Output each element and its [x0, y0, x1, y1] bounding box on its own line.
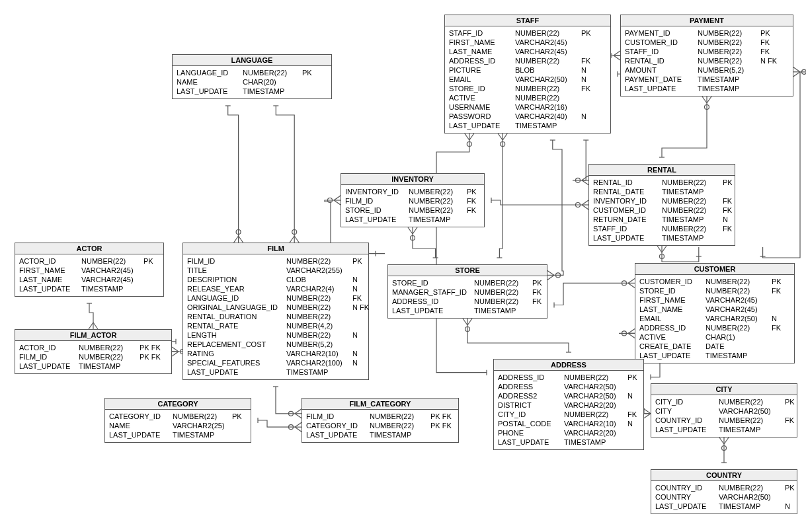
entity-store[interactable]: STORESTORE_IDNUMBER(22)PKMANAGER_STAFF_I… [387, 264, 547, 319]
column-name: LAST_UPDATE [625, 84, 698, 93]
column-type: NUMBER(22) [474, 287, 532, 297]
column-name: CUSTOMER_ID [625, 38, 698, 47]
entity-payment[interactable]: PAYMENTPAYMENT_IDNUMBER(22)PKCUSTOMER_ID… [620, 15, 793, 96]
entity-address[interactable]: ADDRESSADDRESS_IDNUMBER(22)PKADDRESSVARC… [493, 359, 644, 450]
column-name: RELEASE_YEAR [187, 284, 286, 293]
entity-actor[interactable]: ACTORACTOR_IDNUMBER(22)PKFIRST_NAMEVARCH… [15, 243, 164, 297]
column-name: FILM_ID [345, 196, 409, 206]
entity-rental[interactable]: RENTALRENTAL_IDNUMBER(22)PKRENTAL_DATETI… [588, 164, 735, 246]
column-name: STORE_ID [639, 286, 705, 295]
column-flags: FK [532, 297, 542, 306]
column-type: TIMESTAMP [409, 215, 467, 224]
svg-line-1 [89, 323, 93, 329]
column-type: NUMBER(22) [719, 416, 785, 425]
column-type: DATE [705, 342, 772, 351]
column-row: LAST_NAMEVARCHAR2(45) [449, 47, 606, 56]
column-type: VARCHAR2(45) [705, 305, 772, 314]
column-flags: PK [785, 397, 795, 406]
entity-customer[interactable]: CUSTOMERCUSTOMER_IDNUMBER(22)PKSTORE_IDN… [635, 263, 795, 363]
column-row: PICTUREBLOBN [449, 65, 606, 75]
svg-line-16 [294, 236, 299, 243]
svg-point-13 [236, 230, 241, 235]
column-type: NUMBER(22) [705, 286, 772, 295]
column-row: LAST_UPDATETIMESTAMP [177, 87, 327, 96]
entity-film_category[interactable]: FILM_CATEGORYFILM_IDNUMBER(22)PK FKCATEG… [302, 398, 459, 443]
column-flags: N [352, 349, 358, 358]
column-flags: FK [760, 38, 770, 47]
entity-city[interactable]: CITYCITY_IDNUMBER(22)PKCITYVARCHAR2(50)C… [651, 383, 797, 437]
svg-line-70 [662, 246, 666, 252]
svg-line-51 [614, 56, 620, 60]
column-name: USERNAME [449, 102, 515, 112]
column-name: REPLACEMENT_COST [187, 340, 286, 349]
entity-columns: LANGUAGE_IDNUMBER(22)PKNAMECHAR(20)LAST_… [173, 66, 331, 98]
column-row: CUSTOMER_IDNUMBER(22)FK [593, 206, 731, 215]
column-name: ACTOR_ID [19, 256, 81, 266]
column-name: LAST_UPDATE [655, 502, 719, 511]
column-flags: N [785, 502, 790, 511]
column-row: COUNTRYVARCHAR2(50) [655, 492, 793, 502]
column-name: FILM_ID [306, 412, 370, 421]
column-type: TIMESTAMP [286, 367, 352, 377]
entity-film[interactable]: FILMFILM_IDNUMBER(22)PKTITLEVARCHAR2(255… [182, 243, 369, 380]
column-flags: FK [467, 196, 476, 206]
column-row: LAST_UPDATETIMESTAMP [19, 284, 159, 293]
column-type: NUMBER(22) [698, 28, 760, 38]
column-row: LAST_UPDATETIMESTAMP [306, 430, 454, 439]
column-type: NUMBER(22) [243, 68, 302, 77]
column-name: TITLE [187, 266, 286, 275]
column-name: STAFF_ID [625, 47, 698, 56]
column-name: MANAGER_STAFF_ID [392, 287, 474, 297]
column-flags: FK [785, 416, 794, 425]
entity-columns: STORE_IDNUMBER(22)PKMANAGER_STAFF_IDNUMB… [388, 276, 547, 318]
entity-language[interactable]: LANGUAGELANGUAGE_IDNUMBER(22)PKNAMECHAR(… [172, 54, 332, 99]
entity-country[interactable]: COUNTRYCOUNTRY_IDNUMBER(22)PKCOUNTRYVARC… [651, 469, 797, 514]
column-name: RATING [187, 349, 286, 358]
column-type: NUMBER(22) [286, 256, 352, 266]
column-flags: PK [760, 28, 770, 38]
svg-line-60 [582, 200, 588, 205]
column-type: NUMBER(22) [79, 343, 140, 352]
column-name: FIRST_NAME [19, 266, 81, 275]
column-row: INVENTORY_IDNUMBER(22)FK [593, 196, 731, 206]
column-row: ACTOR_IDNUMBER(22)PK [19, 256, 159, 266]
svg-line-25 [295, 422, 302, 427]
svg-point-68 [705, 105, 709, 110]
column-name: ACTIVE [639, 332, 705, 342]
column-name: LAST_UPDATE [498, 437, 564, 447]
column-name: STORE_ID [345, 206, 409, 215]
entity-inventory[interactable]: INVENTORYINVENTORY_IDNUMBER(22)PKFILM_ID… [341, 173, 485, 227]
entity-film_actor[interactable]: FILM_ACTORACTOR_IDNUMBER(22)PK FKFILM_ID… [15, 329, 172, 374]
column-row: NAMEVARCHAR2(25) [109, 421, 247, 430]
column-type: VARCHAR2(50) [705, 314, 772, 323]
column-type: VARCHAR2(45) [515, 47, 581, 56]
svg-point-48 [556, 273, 561, 278]
column-type: VARCHAR2(50) [719, 492, 785, 502]
column-type: NUMBER(22) [515, 28, 581, 38]
entity-category[interactable]: CATEGORYCATEGORY_IDNUMBER(22)PKNAMEVARCH… [104, 398, 251, 443]
svg-line-86 [467, 319, 472, 325]
column-type: TIMESTAMP [662, 215, 723, 224]
column-name: ACTOR_ID [19, 343, 79, 352]
svg-line-106 [724, 437, 729, 444]
column-type: NUMBER(22) [286, 330, 352, 340]
column-type: BLOB [515, 65, 581, 75]
column-type: NUMBER(22) [286, 312, 352, 321]
svg-line-85 [463, 319, 467, 325]
svg-line-105 [719, 437, 724, 444]
svg-line-96 [469, 133, 474, 140]
entity-columns: ADDRESS_IDNUMBER(22)PKADDRESSVARCHAR2(50… [494, 371, 643, 449]
column-name: LAST_UPDATE [177, 87, 243, 96]
column-flags: N [581, 75, 586, 84]
svg-line-66 [707, 96, 711, 103]
column-name: LAST_UPDATE [655, 425, 719, 434]
entity-staff[interactable]: STAFFSTAFF_IDNUMBER(22)PKFIRST_NAMEVARCH… [444, 15, 611, 133]
column-row: ADDRESSVARCHAR2(50) [498, 382, 639, 391]
column-flags: PK FK [430, 412, 452, 421]
column-type: NUMBER(5,2) [698, 65, 760, 75]
column-flags: FK [352, 293, 362, 303]
column-name: LANGUAGE_ID [177, 68, 243, 77]
column-name: LAST_UPDATE [19, 361, 79, 371]
column-row: RENTAL_IDNUMBER(22)N FK [625, 56, 789, 65]
column-type: NUMBER(22) [698, 56, 760, 65]
